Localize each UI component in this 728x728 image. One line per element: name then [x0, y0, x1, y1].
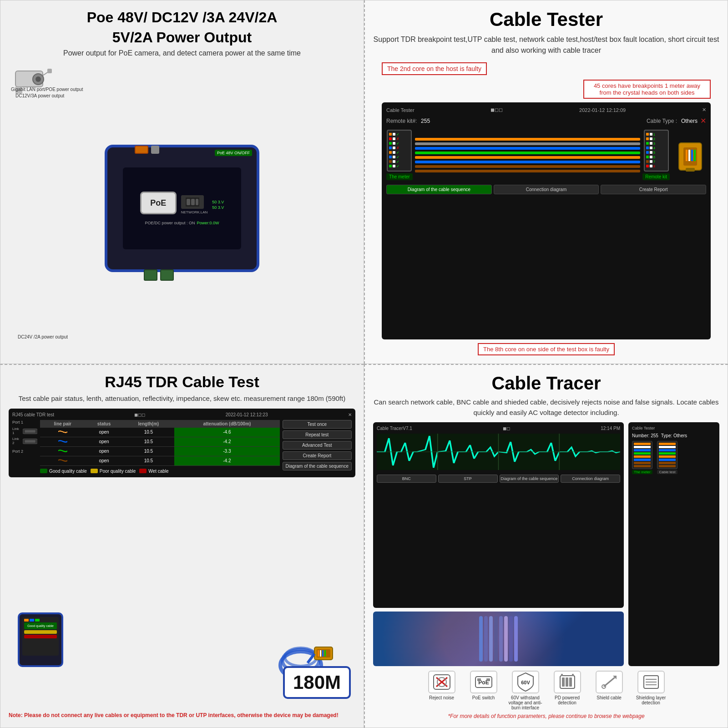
tdr-btn-diagram[interactable]: Diagram of the cable sequence — [283, 462, 352, 470]
voltage1: 50 3.V — [212, 200, 224, 204]
svg-rect-9 — [196, 199, 198, 205]
ct-remote-kit-label: Remote kit#: — [386, 118, 418, 124]
poe-subtitle: Power output for PoE camera, and detect … — [63, 49, 301, 57]
svg-rect-26 — [318, 650, 319, 657]
poe-device: PoE 48V ON/OFF PoE — [105, 145, 259, 272]
svg-rect-7 — [187, 199, 190, 205]
tracer-number-label: Number: 255 — [632, 433, 658, 438]
tdr-screen-layout: Port 1 Link 1 Link 2 — [12, 420, 352, 474]
tracer-cable-test-label: Cable test — [657, 470, 677, 474]
tdr-desc: Test cable pair status, lenth, attenuati… — [9, 394, 355, 404]
tracer-screen-header: Cable TracerV7.1 ◼◻ 12:14 PM — [377, 426, 620, 431]
ct-remote-plug: 1 2 3 4 5 6 7 8 — [644, 130, 669, 172]
poedc-label: POE/DC power output : ON — [145, 221, 195, 225]
svg-rect-28 — [322, 650, 324, 657]
poe-button: PoE — [140, 192, 177, 214]
tracer-content: Cable TracerV7.1 ◼◻ 12:14 PM — [373, 422, 719, 666]
svg-rect-27 — [320, 650, 321, 657]
voltage2: 50 3.V — [212, 205, 224, 210]
ct-wire-lines — [413, 138, 643, 172]
tdr-note: Note: Please do not connect any live cab… — [9, 712, 355, 719]
tdr-col-atten: attenuation (dB/100m) — [174, 420, 279, 428]
ct-datetime: 2022-01-12 12:12:09 — [579, 107, 626, 113]
tracer-btn-diagram[interactable]: Diagram of the cable sequence — [500, 475, 559, 483]
cable-tester-screen: Cable Tester ◼◻◻ 2022-01-12 12:12:09 ✕ R… — [382, 102, 711, 339]
svg-rect-43 — [486, 678, 490, 681]
svg-rect-18 — [25, 430, 35, 433]
tracer-btn-bnc[interactable]: BNC — [377, 475, 436, 483]
icon-reject-noise: Reject noise — [424, 671, 460, 710]
cables-photo — [373, 612, 624, 666]
svg-rect-50 — [572, 674, 574, 676]
svg-rect-13 — [688, 150, 690, 161]
svg-rect-5 — [47, 69, 52, 73]
ct-title: Cable Tester — [386, 107, 415, 113]
tdr-btn-advanced[interactable]: Advanced Test — [283, 441, 352, 450]
tdr-section: RJ45 TDR Cable Test Test cable pair stat… — [0, 364, 364, 728]
icon-pd-powered: PD powered detection — [549, 671, 586, 710]
ct-btn-connection[interactable]: Connection diagram — [494, 185, 599, 194]
tdr-link2-label: Link 2 — [12, 437, 21, 445]
tracer-title-label: Cable TracerV7.1 — [377, 426, 412, 431]
svg-rect-42 — [477, 678, 481, 681]
tracer-cable-test-conn: Cable test — [657, 441, 677, 474]
poe-title-line2: 5V/2A Power Output — [112, 29, 252, 46]
svg-rect-49 — [561, 674, 563, 676]
reject-noise-label: Reject noise — [429, 695, 454, 700]
tdr-datetime: 2022-01-12 12:12:23 — [226, 412, 268, 417]
tdr-link1-label: Link 1 — [12, 427, 21, 435]
ct-host-connector: ✓ ✗ ✓ ✗ ✓ ✓ ✓ ✓ The meter — [386, 130, 413, 180]
tracer-screen: Cable TracerV7.1 ◼◻ 12:14 PM — [373, 422, 624, 608]
poe-device-area: DC12V/3A power output PoE 48V ON/OFF PoE — [9, 62, 355, 355]
cable-tester-title: Cable Tester — [490, 9, 603, 30]
tdr-side-buttons: Test once Repeat test Advanced Test Crea… — [283, 420, 352, 474]
cable-tracer-section: Cable Tracer Can search network cable, B… — [364, 364, 728, 728]
tracer-cable-tester-label: Cable Tester — [632, 426, 716, 430]
network-label: NETWORK.LAN — [181, 210, 208, 214]
tracer-connectors: The meter — [632, 441, 716, 474]
tdr-btn-create-report[interactable]: Create Report — [283, 451, 352, 460]
shielding-layer-icon — [637, 671, 665, 693]
annotation-2: 45 cores have breakpoints 1 meter away f… — [583, 80, 711, 99]
ct-rj45-image — [674, 134, 706, 176]
tdr-ports: Port 1 Link 1 Link 2 — [12, 420, 37, 474]
tracer-btn-stp[interactable]: STP — [438, 475, 498, 483]
tdr-main-table: line pair status length(m) attenuation (… — [40, 420, 280, 474]
tracer-btn-connection[interactable]: Connection diagram — [561, 475, 620, 483]
svg-rect-47 — [566, 677, 568, 687]
tdr-title: RJ45 TDR Cable Test — [9, 373, 355, 391]
tdr-col-linepair: line pair — [40, 420, 86, 428]
distance-badge: 180M — [283, 666, 351, 699]
signal-wave — [377, 434, 620, 470]
poe-switch-icon: PoE — [470, 671, 497, 693]
tracer-type-val: Others — [673, 433, 687, 438]
icon-shielding-layer: Shielding layer detection — [633, 671, 669, 710]
cable-tester-desc: Support TDR breakpoint test,UTP cable te… — [373, 34, 719, 56]
svg-rect-16 — [686, 168, 695, 172]
ct-remote-kit-val: 255 — [421, 118, 430, 124]
tdr-header: RJ45 cable TDR test ◼◻◻ 2022-01-12 12:12… — [12, 412, 352, 417]
svg-rect-46 — [562, 677, 565, 687]
annotation-3: The 8th core on one side of the test box… — [478, 343, 615, 355]
tracer-type-label: Type: Others — [661, 433, 687, 438]
tracer-btns: BNC STP Diagram of the cable sequence Co… — [377, 475, 620, 483]
tdr-btn-test-once[interactable]: Test once — [283, 420, 352, 429]
tdr-btn-repeat-test[interactable]: Repeat test — [283, 430, 352, 439]
ct-btn-report[interactable]: Create Report — [601, 185, 706, 194]
camera-icon: DC12V/3A power output — [13, 62, 64, 98]
svg-text:60V: 60V — [521, 680, 530, 685]
shield-cable-icon — [596, 671, 623, 693]
reject-noise-icon — [428, 671, 455, 693]
tracer-number-val: 255 — [651, 433, 658, 438]
table-row: open 10.5 -3.3 — [40, 446, 280, 456]
ct-remote-connector: 1 2 3 4 5 6 7 8 Remote kit — [642, 130, 670, 180]
tracer-meter-label: The meter — [632, 470, 652, 474]
tdr-bottom-area: Good quality cable — [9, 481, 355, 708]
dc12-label: DC12V/3A power output — [15, 93, 64, 98]
ct-host-plug: ✓ ✗ ✓ ✗ ✓ ✓ ✓ ✓ — [387, 130, 412, 172]
device-screen: PoE NETWORK.LAN — [123, 167, 241, 249]
ct-cable-type-label: Cable Type : — [647, 118, 678, 124]
60v-label: 60V withstand voltage and anti-burn inte… — [507, 695, 544, 710]
ct-btn-diagram[interactable]: Diagram of the cable sequence — [386, 185, 492, 194]
ct-close-btn[interactable]: ✕ — [700, 116, 706, 125]
